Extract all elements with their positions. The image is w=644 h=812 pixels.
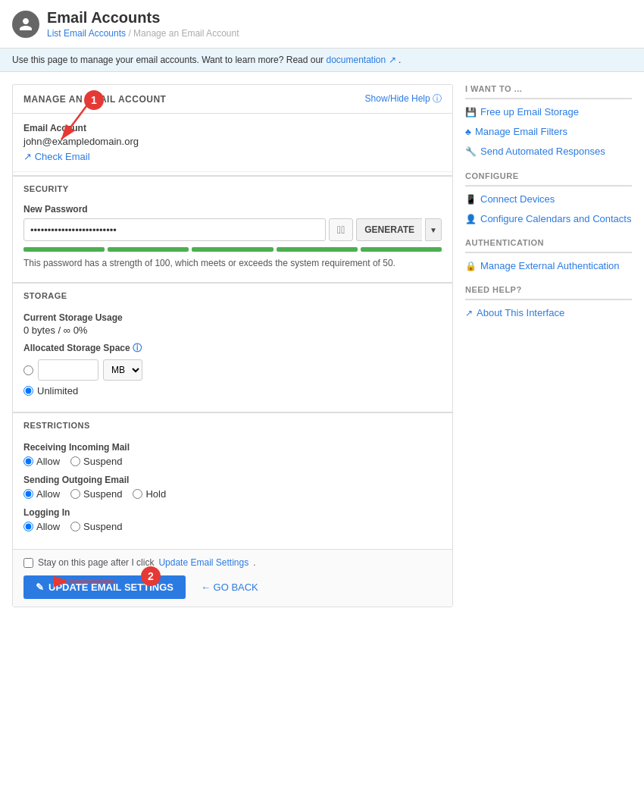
manage-filters-link[interactable]: ♣ Manage Email Filters xyxy=(465,125,632,139)
unlimited-row: Unlimited xyxy=(23,385,442,397)
incoming-mail-options: Allow Suspend xyxy=(23,456,442,467)
authentication-title: AUTHENTICATION xyxy=(465,238,632,253)
main-layout: MANAGE AN EMAIL ACCOUNT Show/Hide Help ⓘ… xyxy=(0,72,644,619)
configure-title: CONFIGURE xyxy=(465,171,632,187)
storage-section: Current Storage Usage 0 bytes / ∞ 0% All… xyxy=(13,305,452,409)
need-help-title: NEED HELP? xyxy=(465,285,632,300)
restrictions-title: RESTRICTIONS xyxy=(13,412,452,434)
wrench-icon: 🔧 xyxy=(465,146,477,158)
storage-title: STORAGE xyxy=(13,282,452,305)
outgoing-suspend-radio[interactable] xyxy=(70,489,80,499)
email-account-section: Email Account john@exampledomain.org ↗ C… xyxy=(13,114,452,172)
generate-button[interactable]: GENERATE xyxy=(356,218,422,241)
user-icon-small: 👤 xyxy=(465,213,477,226)
storage-unit-select[interactable]: MB GB xyxy=(103,359,142,381)
outgoing-mail-label: Sending Outgoing Email xyxy=(23,475,442,485)
left-panel: MANAGE AN EMAIL ACCOUNT Show/Hide Help ⓘ… xyxy=(12,84,453,607)
page-wrapper: Email Accounts List Email Accounts / Man… xyxy=(0,0,644,812)
header-icon xyxy=(12,11,39,38)
go-back-link[interactable]: ← GO BACK xyxy=(201,582,258,593)
update-settings-link[interactable]: Update Email Settings xyxy=(158,557,249,568)
connect-devices-link[interactable]: 📱 Connect Devices xyxy=(465,193,632,206)
page-header: Email Accounts List Email Accounts / Man… xyxy=(0,0,644,49)
outgoing-allow-radio[interactable] xyxy=(23,489,33,499)
logging-suspend-radio[interactable] xyxy=(70,522,80,531)
unlimited-radio[interactable] xyxy=(23,386,33,396)
configure-calendars-link[interactable]: 👤 Configure Calendars and Contacts xyxy=(465,212,632,226)
allocated-label: Allocated Storage Space ⓘ xyxy=(23,342,442,355)
password-input[interactable] xyxy=(23,218,326,241)
storage-mb-radio[interactable] xyxy=(23,365,33,375)
user-silhouette-icon xyxy=(18,17,33,32)
breadcrumb-list-link[interactable]: List Email Accounts xyxy=(47,28,126,39)
i-want-to-title: I WANT TO ... xyxy=(465,84,632,99)
unlimited-label[interactable]: Unlimited xyxy=(37,385,78,397)
restrictions-section: Receiving Incoming Mail Allow Suspend Se… xyxy=(13,434,452,549)
strength-segment-4 xyxy=(277,247,358,252)
external-link-icon-right: ↗ xyxy=(465,307,473,320)
logging-in-label: Logging In xyxy=(23,507,442,518)
pencil-icon: ✎ xyxy=(36,582,44,593)
toggle-password-button[interactable]: 👁̸ xyxy=(329,218,353,241)
manage-auth-link[interactable]: 🔒 Manage External Authentication xyxy=(465,259,632,273)
external-link-icon-small: ↗ xyxy=(23,151,35,162)
annotation-badge-1: 1 xyxy=(84,90,104,110)
incoming-mail-group: Receiving Incoming Mail Allow Suspend xyxy=(23,442,442,467)
allocated-help-icon[interactable]: ⓘ xyxy=(133,343,142,353)
documentation-link[interactable]: documentation ↗ xyxy=(326,55,398,65)
strength-segment-3 xyxy=(192,247,273,252)
update-email-settings-button[interactable]: ✎ UPDATE EMAIL SETTINGS xyxy=(23,575,186,599)
stay-on-checkbox[interactable] xyxy=(23,558,33,568)
filter-icon: ♣ xyxy=(465,126,471,139)
outgoing-hold-label[interactable]: Hold xyxy=(133,488,166,500)
configure-section: CONFIGURE 📱 Connect Devices 👤 Configure … xyxy=(465,171,632,226)
strength-bar xyxy=(23,247,442,252)
logging-allow-label[interactable]: Allow xyxy=(23,521,60,532)
strength-segment-5 xyxy=(361,247,442,252)
logging-allow-radio[interactable] xyxy=(23,522,33,531)
password-section: New Password 👁̸ GENERATE ▼ xyxy=(13,198,452,279)
storage-mb-input[interactable] xyxy=(38,359,98,381)
need-help-section: NEED HELP? ↗ About This Interface xyxy=(465,285,632,320)
external-link-icon: ↗ xyxy=(389,55,396,65)
panel-footer: Stay on this page after I click Update E… xyxy=(13,549,452,607)
phone-icon: 📱 xyxy=(465,193,477,206)
lock-icon: 🔒 xyxy=(465,260,477,273)
outgoing-suspend-label[interactable]: Suspend xyxy=(70,488,122,500)
free-up-storage-link[interactable]: 💾 Free up Email Storage xyxy=(465,105,632,119)
authentication-section: AUTHENTICATION 🔒 Manage External Authent… xyxy=(465,238,632,273)
about-interface-link[interactable]: ↗ About This Interface xyxy=(465,306,632,320)
question-icon: ⓘ xyxy=(433,93,442,104)
security-title: SECURITY xyxy=(13,175,452,198)
outgoing-mail-group: Sending Outgoing Email Allow Suspend Hol… xyxy=(23,475,442,500)
send-automated-link[interactable]: 🔧 Send Automated Responses xyxy=(465,145,632,158)
strength-segment-2 xyxy=(108,247,189,252)
incoming-suspend-label[interactable]: Suspend xyxy=(70,456,122,467)
incoming-allow-label[interactable]: Allow xyxy=(23,456,60,467)
outgoing-allow-label[interactable]: Allow xyxy=(23,488,60,500)
outgoing-hold-radio[interactable] xyxy=(133,489,142,499)
show-hide-help-link[interactable]: Show/Hide Help ⓘ xyxy=(365,92,442,105)
incoming-suspend-radio[interactable] xyxy=(70,456,80,466)
breadcrumb: List Email Accounts / Manage an Email Ac… xyxy=(47,28,239,39)
email-account-label: Email Account xyxy=(23,123,442,133)
email-address: john@exampledomain.org xyxy=(23,136,442,147)
logging-suspend-label[interactable]: Suspend xyxy=(70,521,122,532)
incoming-allow-radio[interactable] xyxy=(23,456,33,466)
i-want-to-section: I WANT TO ... 💾 Free up Email Storage ♣ … xyxy=(465,84,632,159)
breadcrumb-current: Manage an Email Account xyxy=(133,28,239,39)
right-panel: I WANT TO ... 💾 Free up Email Storage ♣ … xyxy=(465,84,632,607)
strength-segment-1 xyxy=(23,247,105,252)
info-text: Use this page to manage your email accou… xyxy=(12,55,324,65)
check-email-link[interactable]: ↗ Check Email xyxy=(23,151,90,162)
stay-on-row: Stay on this page after I click Update E… xyxy=(23,557,442,568)
annotation-badge-2: 2 xyxy=(141,566,161,586)
password-row: 👁̸ GENERATE ▼ xyxy=(23,218,442,241)
logging-in-group: Logging In Allow Suspend xyxy=(23,507,442,532)
arrow-left-icon: ← xyxy=(201,582,214,593)
generate-dropdown-button[interactable]: ▼ xyxy=(425,218,442,241)
footer-buttons: ✎ UPDATE EMAIL SETTINGS 2 xyxy=(23,575,442,599)
allocated-row: MB GB xyxy=(23,359,442,381)
incoming-mail-label: Receiving Incoming Mail xyxy=(23,442,442,453)
panel-header: MANAGE AN EMAIL ACCOUNT Show/Hide Help ⓘ xyxy=(13,85,452,114)
